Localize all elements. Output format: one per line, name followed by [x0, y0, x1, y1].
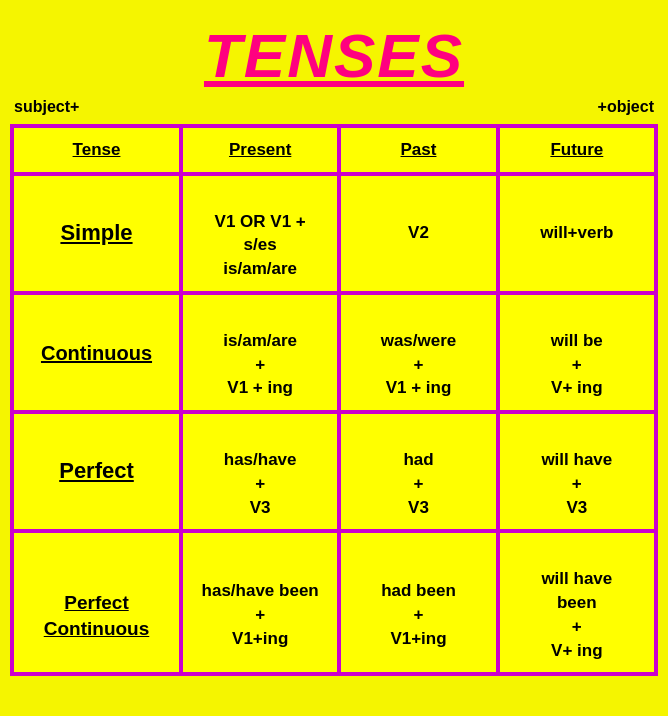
perfect-past: had + V3: [339, 412, 497, 531]
header-row: Tense Present Past Future: [12, 126, 656, 174]
header-future: Future: [498, 126, 656, 174]
simple-future: will+verb: [498, 174, 656, 293]
page-title: TENSES: [10, 20, 658, 91]
simple-past: V2: [339, 174, 497, 293]
object-label: +object: [598, 98, 654, 116]
label-continuous: Continuous: [12, 293, 181, 412]
row-simple: Simple V1 OR V1 + s/es is/am/are V2 will…: [12, 174, 656, 293]
header-tense: Tense: [12, 126, 181, 174]
perfect-continuous-present: has/have been + V1+ing: [181, 531, 339, 674]
row-perfect: Perfect has/have + V3 had + V3 will have…: [12, 412, 656, 531]
label-simple: Simple: [12, 174, 181, 293]
continuous-present: is/am/are + V1 + ing: [181, 293, 339, 412]
continuous-future: will be + V+ ing: [498, 293, 656, 412]
perfect-present: has/have + V3: [181, 412, 339, 531]
label-perfect-continuous: Perfect Continuous: [12, 531, 181, 674]
continuous-past: was/were + V1 + ing: [339, 293, 497, 412]
perfect-continuous-past: had been + V1+ing: [339, 531, 497, 674]
header-past: Past: [339, 126, 497, 174]
simple-present: V1 OR V1 + s/es is/am/are: [181, 174, 339, 293]
subject-label: subject+: [14, 98, 79, 116]
subject-object-row: subject+ +object: [10, 96, 658, 124]
row-perfect-continuous: Perfect Continuous has/have been + V1+in…: [12, 531, 656, 674]
title-section: TENSES: [10, 10, 658, 96]
header-present: Present: [181, 126, 339, 174]
label-perfect: Perfect: [12, 412, 181, 531]
page-wrapper: TENSES subject+ +object Tense Present Pa…: [10, 10, 658, 676]
tenses-table: Tense Present Past Future Simple V1 OR: [10, 124, 658, 676]
perfect-future: will have + V3: [498, 412, 656, 531]
perfect-continuous-future: will have been + V+ ing: [498, 531, 656, 674]
row-continuous: Continuous is/am/are + V1 + ing was/were…: [12, 293, 656, 412]
